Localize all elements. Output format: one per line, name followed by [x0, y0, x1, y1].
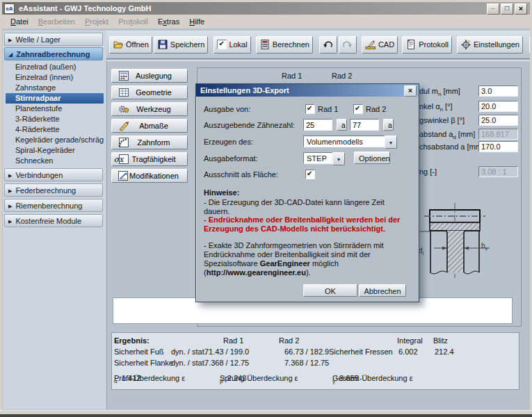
maximize-button[interactable]: [501, 3, 513, 15]
sidebar: Welle / Lager Zahnradberechnung Einzelra…: [3, 31, 107, 409]
nav-zahnform-button[interactable]: Zahnform: [111, 136, 188, 149]
field-nullachsabstand: [478, 129, 518, 140]
table-grid-icon: [118, 87, 129, 98]
local-toggle-button[interactable]: Lokal: [213, 36, 250, 54]
sidebar-section-verbindungen[interactable]: Verbindungen: [4, 168, 103, 181]
sidebar-item-stirnradpaar[interactable]: Stirnradpaar: [6, 93, 104, 104]
field-label-nullachsabstand: abstand ad [mm]: [419, 130, 475, 140]
sidebar-item-planetenstufe[interactable]: Planetenstufe: [6, 104, 104, 114]
menu-extras[interactable]: Extras: [153, 16, 184, 27]
sidebar-item-spiral-kegelraeder[interactable]: Spiral-Kegelräder: [6, 145, 104, 156]
calculate-button[interactable]: Berechnen: [256, 36, 313, 54]
options-button[interactable]: Optionen: [354, 152, 390, 164]
model-type-dropdown-arrow-icon[interactable]: [385, 136, 397, 149]
overlap-sprung: Sprung-Überdeckung εβ: 2.242: [220, 374, 223, 384]
design-calculator-icon: [118, 70, 129, 81]
dialog-titlebar[interactable]: Einstellungen 3D-Export: [196, 84, 419, 97]
field-normalmodul[interactable]: [478, 85, 518, 97]
collapsed-arrow-icon: [8, 171, 15, 179]
results-col-blitz: Blitz: [433, 336, 448, 345]
sidebar-item-4-raederkette[interactable]: 4-Räderkette: [6, 124, 104, 135]
desktop-edge: [0, 414, 532, 417]
minimize-button[interactable]: [487, 3, 499, 15]
calculator-icon: [259, 39, 271, 50]
sidebar-section-kostenfreie-module[interactable]: Kostenfreie Module: [4, 214, 103, 227]
result-rad2-value: 66.73 / 182.9: [284, 348, 329, 356]
collapsed-arrow-icon: [8, 35, 15, 44]
cad-button[interactable]: CAD: [362, 36, 398, 54]
dialog-close-button[interactable]: [404, 85, 417, 97]
nav-auslegung-button[interactable]: Auslegung: [111, 69, 188, 83]
undo-button[interactable]: [319, 36, 337, 54]
model-type-select[interactable]: Volumenmodells: [303, 136, 385, 147]
output-from-label: Ausgabe von:: [204, 105, 250, 113]
sidebar-section-federberechnung[interactable]: Federberechnung: [4, 183, 103, 197]
gears-icon: [118, 104, 129, 115]
result-fressen-label: Sicherheit Fressen: [329, 348, 393, 356]
rad2-checkbox[interactable]: [353, 104, 363, 114]
teeth-count-rad1-input[interactable]: [303, 119, 332, 131]
sidebar-section-welle-lager[interactable]: Welle / Lager: [4, 33, 103, 46]
menu-datei[interactable]: Datei: [6, 16, 33, 27]
field-eingriffswinkel[interactable]: [478, 101, 518, 112]
save-button[interactable]: Speichern: [154, 36, 209, 54]
field-schraegungswinkel[interactable]: [478, 115, 518, 126]
minimize-icon: [491, 3, 494, 10]
sidebar-item-zahnstange[interactable]: Zahnstange: [6, 83, 104, 93]
teeth-auto-rad2-button[interactable]: a: [383, 119, 394, 131]
menu-hilfe[interactable]: Hilfe: [184, 16, 209, 27]
hints-heading: Hinweise:: [204, 188, 411, 197]
nav-werkzeug-button[interactable]: Werkzeug: [111, 102, 188, 116]
teeth-auto-rad1-button[interactable]: a: [337, 119, 347, 131]
nav-abmasse-button[interactable]: Abmaße: [111, 119, 188, 133]
sidebar-section-zahnradberechnung[interactable]: Zahnradberechnung: [4, 47, 103, 60]
section-as-surface-checkbox[interactable]: [305, 170, 315, 179]
close-button[interactable]: [515, 3, 527, 15]
cancel-button[interactable]: Abbrechen: [359, 284, 406, 297]
field-uebersetzung: [478, 166, 518, 177]
results-col-rad2: Rad 2: [279, 336, 299, 345]
results-col-integral: Integral: [397, 336, 423, 345]
field-achsabstand[interactable]: [478, 141, 518, 152]
result-rad1-value: 7.368 / 12.75: [204, 359, 249, 367]
sidebar-item-einzelrad-aussen[interactable]: Einzelrad (außen): [6, 62, 104, 72]
nav-tragfaehigkeit-button[interactable]: σx Tragfähigkeit: [111, 152, 188, 166]
maximize-icon: [505, 5, 509, 12]
field-label-normalmodul: dul mn [mm]: [419, 87, 460, 97]
nav-modifikationen-button[interactable]: Modifikationen: [111, 169, 188, 183]
result-rad1-value: 71.43 / 199.0: [204, 348, 249, 356]
sidebar-item-3-raederkette[interactable]: 3-Räderkette: [6, 114, 104, 124]
format-select[interactable]: STEP: [303, 152, 332, 164]
ok-button[interactable]: OK: [303, 284, 357, 297]
protocol-button[interactable]: Protokoll: [402, 36, 452, 54]
hint-warning: - Endrücknahme oder Breitenballigkeit we…: [204, 215, 411, 234]
collapsed-arrow-icon: [8, 217, 15, 225]
sidebar-item-einzelrad-innen[interactable]: Einzelrad (innen): [6, 72, 104, 83]
column-header-rad1: Rad 1: [282, 72, 302, 80]
nav-geometrie-button[interactable]: Geometrie: [111, 85, 188, 99]
gearengineer-url: http://www.gearengineer.eu: [207, 268, 306, 277]
local-checkbox[interactable]: [217, 40, 227, 49]
help-button[interactable]: Hilfe: [529, 36, 530, 54]
results-col-rad1: Rad 1: [223, 336, 243, 345]
menu-bar: Datei Bearbeiten Projekt Protokoll Extra…: [2, 15, 530, 28]
open-button[interactable]: Öffnen: [109, 36, 152, 54]
rad1-checkbox[interactable]: [305, 104, 315, 114]
app-icon: eA: [4, 3, 15, 14]
teeth-count-label: Auszugebende Zähnezahl:: [204, 121, 295, 129]
format-dropdown-arrow-icon[interactable]: [332, 152, 345, 165]
expanded-arrow-icon: [8, 50, 16, 58]
settings-button[interactable]: Einstellungen: [457, 36, 523, 54]
result-rad2-value: 7.368 / 12.75: [284, 359, 329, 367]
gear-icon: [460, 39, 471, 50]
overlap-gesamt: Gesamt-Überdeckung εγ: 3.655: [332, 374, 335, 384]
export-settings-dialog: Einstellungen 3D-Export Ausgabe von: Rad…: [195, 83, 419, 302]
sidebar-item-kegelraeder[interactable]: Kegelräder gerade/schräg: [6, 135, 104, 145]
window-titlebar: eA eAssistant - GWJ Technology GmbH: [2, 2, 530, 15]
sidebar-section-riemenberechnung[interactable]: Riemenberechnung: [4, 199, 103, 212]
teeth-count-rad2-input[interactable]: [350, 119, 379, 131]
rad1-checkbox-row: Rad 1: [305, 104, 338, 114]
sidebar-item-schnecken[interactable]: Schnecken: [6, 156, 104, 166]
menu-bearbeiten: Bearbeiten: [33, 16, 80, 27]
overlap-profil: Profil-Überdeckung εα: 1.412: [114, 374, 118, 384]
